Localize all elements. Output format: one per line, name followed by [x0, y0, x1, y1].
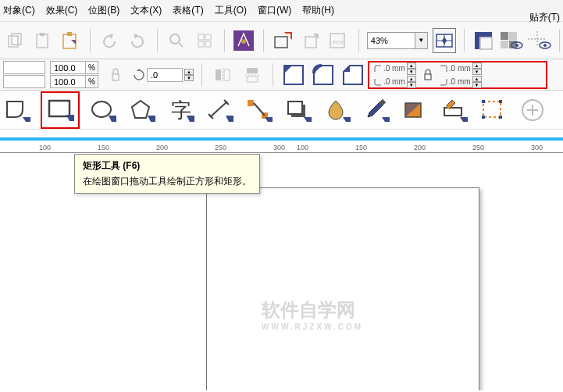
menu-object[interactable]: 对象(C): [3, 4, 35, 17]
svg-marker-56: [66, 115, 74, 121]
snap-label[interactable]: 贴齐(T): [529, 11, 560, 24]
svg-rect-47: [247, 68, 258, 73]
tooltip-title: 矩形工具 (F6): [83, 159, 251, 173]
corner-bl-icon: [374, 77, 382, 87]
copy-button[interactable]: [3, 28, 27, 53]
percent-unit: %: [86, 75, 98, 88]
paste-button[interactable]: [31, 28, 55, 53]
menu-tools[interactable]: 工具(O): [215, 4, 247, 17]
corner-style-1-button[interactable]: [281, 62, 306, 87]
svg-rect-83: [482, 100, 485, 103]
svg-marker-19: [286, 34, 290, 38]
svg-line-63: [210, 102, 227, 117]
svg-point-37: [515, 44, 518, 47]
redo-button[interactable]: [126, 28, 149, 53]
rectangle-tool[interactable]: [41, 91, 80, 129]
pdf-button[interactable]: PDF: [327, 28, 351, 53]
corner-tr-value: .0 mm: [449, 64, 471, 73]
menu-help[interactable]: 帮助(H): [302, 4, 334, 17]
page-canvas[interactable]: 软件自学网 WWW.RJZXW.COM: [206, 187, 479, 390]
corner-br-spin[interactable]: ▲▼: [472, 76, 482, 88]
outline-tool[interactable]: [439, 94, 470, 126]
tool-row: 字: [0, 91, 563, 130]
svg-marker-60: [148, 116, 155, 122]
crop-frame-tool[interactable]: [478, 94, 509, 126]
grid-button[interactable]: [193, 28, 216, 53]
menu-effects[interactable]: 效果(C): [46, 4, 78, 17]
svg-rect-5: [67, 32, 72, 36]
svg-rect-14: [205, 41, 211, 47]
corner-bl-spin[interactable]: ▲▼: [407, 76, 416, 88]
mirror-h-button[interactable]: [210, 62, 235, 87]
svg-rect-48: [247, 77, 258, 82]
ellipse-tool[interactable]: [87, 94, 119, 126]
fullscreen-button[interactable]: [433, 28, 456, 53]
svg-marker-58: [109, 116, 116, 122]
svg-rect-85: [482, 116, 485, 119]
angle-spinner[interactable]: ▲▼: [184, 69, 194, 81]
svg-line-10: [179, 43, 183, 47]
undo-button[interactable]: [98, 28, 122, 53]
eyedropper-tool[interactable]: [361, 94, 392, 126]
svg-rect-31: [480, 37, 492, 49]
eye-grid-button[interactable]: [500, 28, 523, 53]
menu-bar: 对象(C) 效果(C) 位图(B) 文本(X) 表格(T) 工具(O) 窗口(W…: [0, 0, 563, 22]
svg-rect-0: [9, 36, 18, 47]
angle-input[interactable]: [147, 68, 183, 82]
menu-bitmap[interactable]: 位图(B): [88, 4, 119, 17]
zoom-input[interactable]: [367, 32, 415, 49]
zoom-select[interactable]: ▼: [367, 32, 428, 49]
corner-style-3-button[interactable]: [340, 62, 365, 87]
lock-aspect-button[interactable]: [103, 62, 128, 87]
search-button[interactable]: [166, 28, 189, 53]
svg-marker-43: [137, 69, 141, 71]
text-tool[interactable]: 字: [166, 94, 197, 126]
zoom-dropdown-icon[interactable]: ▼: [415, 32, 428, 49]
svg-rect-32: [501, 32, 508, 40]
x-input[interactable]: [3, 61, 45, 74]
svg-marker-27: [442, 37, 447, 41]
menu-window[interactable]: 窗口(W): [258, 4, 291, 17]
horizontal-ruler: 100 150 200 250 300 100 150 200 250 300: [0, 130, 563, 153]
polygon-tool[interactable]: [126, 94, 158, 126]
corner-style-2-button[interactable]: [311, 62, 336, 87]
svg-rect-42: [112, 74, 119, 80]
svg-marker-81: [460, 117, 468, 122]
dimension-tool[interactable]: [205, 94, 236, 126]
scale-fields: % %: [50, 61, 98, 88]
ruler-corner-button[interactable]: [472, 28, 495, 53]
svg-rect-45: [224, 69, 230, 80]
import-button[interactable]: [272, 28, 295, 53]
corner-lock-button[interactable]: [421, 68, 435, 82]
watermark: 软件自学网 WWW.RJZXW.COM: [262, 298, 363, 331]
app-icon-button[interactable]: [233, 28, 256, 53]
svg-rect-13: [198, 41, 204, 47]
mirror-v-button[interactable]: [240, 62, 265, 87]
scale-y-input[interactable]: [50, 75, 86, 88]
shape-tool-1[interactable]: [2, 94, 33, 126]
y-input[interactable]: [3, 75, 45, 88]
corner-br-icon: [440, 77, 447, 87]
svg-marker-70: [265, 117, 273, 122]
corner-tl-spin[interactable]: ▲▼: [407, 62, 416, 75]
menu-text[interactable]: 文本(X): [130, 4, 162, 17]
svg-line-69: [254, 103, 265, 116]
svg-marker-73: [304, 117, 312, 122]
scale-x-input[interactable]: [50, 61, 86, 74]
corner-tr-spin[interactable]: ▲▼: [472, 62, 482, 75]
dropshadow-tool[interactable]: [283, 94, 314, 126]
eye-crosshair-button[interactable]: [528, 28, 551, 53]
svg-rect-30: [475, 32, 479, 49]
fill-tool[interactable]: [400, 94, 431, 126]
connector-tool[interactable]: [244, 94, 275, 126]
export-button[interactable]: [300, 28, 323, 53]
position-fields: [3, 61, 45, 88]
corner-tr-icon: [440, 64, 447, 73]
svg-rect-1: [12, 34, 21, 45]
transparency-tool[interactable]: [322, 94, 353, 126]
svg-point-9: [170, 34, 180, 44]
menu-table[interactable]: 表格(T): [173, 4, 203, 17]
svg-rect-80: [444, 108, 461, 116]
add-tool[interactable]: [517, 94, 548, 126]
clipboard-button[interactable]: [59, 28, 82, 53]
